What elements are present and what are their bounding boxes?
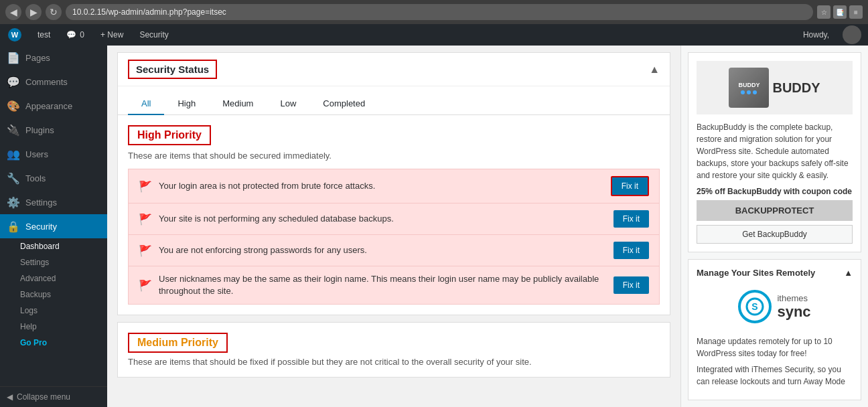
tab-completed[interactable]: Completed (309, 93, 378, 115)
comments-icon: 💬 (7, 75, 20, 88)
tab-medium[interactable]: Medium (209, 93, 267, 115)
medium-priority-title: Medium Priority (128, 333, 228, 353)
issue-text-3: User nicknames may be the same as their … (159, 273, 607, 297)
sidebar-item-users[interactable]: 👥 Users (0, 142, 107, 166)
sidebar-sub-dashboard[interactable]: Dashboard (0, 238, 107, 254)
high-priority-title: High Priority (128, 125, 211, 145)
sidebar-item-tools[interactable]: 🔧 Tools (0, 166, 107, 190)
fix-button-0[interactable]: Fix it (611, 176, 649, 196)
bookmark-icon[interactable]: 📑 (833, 5, 847, 19)
buddy-logo-icon: BUDDY (729, 68, 769, 108)
fix-button-3[interactable]: Fix it (613, 276, 649, 294)
manage-description-2: Integrated with iThemes Security, so you… (697, 363, 853, 388)
medium-priority-description: These are items that should be fixed if … (128, 357, 660, 367)
fix-button-1[interactable]: Fix it (613, 210, 649, 228)
flag-icon-3: 🚩 (139, 279, 152, 292)
go-pro-label: Go Pro (20, 338, 47, 347)
wp-logo: W (8, 28, 21, 42)
content-area: Security Status ▲ All High Medium Low Co… (107, 46, 680, 407)
new-label: + New (100, 30, 123, 39)
sidebar-sub-backups[interactable]: Backups (0, 287, 107, 303)
manage-collapse-icon: ▲ (844, 268, 853, 278)
manage-sites-title: Manage Your Sites Remotely (697, 268, 815, 278)
back-button[interactable]: ◀ (5, 4, 21, 20)
flag-icon-0: 🚩 (139, 180, 152, 193)
security-status-header: Security Status ▲ (118, 53, 670, 86)
security-status-title: Security Status (128, 60, 217, 79)
logs-sub-label: Logs (20, 306, 38, 315)
collapse-menu-button[interactable]: ◀ Collapse menu (0, 386, 107, 407)
buddy-logo: BUDDY BUDDY (697, 61, 853, 114)
sidebar-sub-go-pro[interactable]: Go Pro (0, 335, 107, 351)
star-icon[interactable]: ☆ (817, 5, 830, 19)
forward-button[interactable]: ▶ (25, 4, 42, 20)
sidebar-item-security[interactable]: 🔒 Security (0, 214, 107, 238)
right-sidebar: BUDDY BUDDY BackupBuddy is the complete … (680, 46, 868, 407)
sidebar-item-comments[interactable]: 💬 Comments (0, 70, 107, 94)
plugins-icon: 🔌 (7, 123, 20, 137)
help-sub-label: Help (20, 322, 37, 331)
security-item[interactable]: Security (131, 24, 176, 46)
security-sidebar-label: Security (25, 222, 57, 232)
comments-item[interactable]: 💬 0 (58, 24, 92, 46)
medium-priority-box: Medium Priority These are items that sho… (117, 322, 670, 378)
tab-low[interactable]: Low (267, 93, 309, 115)
ithemes-sync-logo: S ithemes sync (697, 283, 853, 330)
high-priority-section: High Priority These are items that shoul… (118, 115, 670, 315)
svg-text:S: S (752, 301, 758, 312)
url-bar[interactable] (66, 4, 813, 20)
collapse-section-button[interactable]: ▲ (649, 64, 660, 76)
issue-text-0: Your login area is not protected from br… (159, 180, 604, 192)
advanced-sub-label: Advanced (20, 274, 56, 283)
security-status-box: Security Status ▲ All High Medium Low Co… (117, 52, 670, 315)
flag-icon-1: 🚩 (139, 213, 152, 226)
buddy-code-button[interactable]: BACKUPPROTECT (697, 200, 853, 221)
user-avatar[interactable] (843, 25, 861, 44)
comments-label: Comments (25, 77, 68, 87)
buddy-logo-text: BUDDY (772, 80, 820, 96)
issue-item: 🚩 You are not enforcing strong passwords… (129, 235, 659, 266)
ithemes-circle-icon: S (738, 290, 772, 323)
issue-text-1: Your site is not performing any schedule… (159, 213, 607, 225)
flag-icon-2: 🚩 (139, 244, 152, 257)
site-name-label: test (38, 30, 50, 39)
sidebar-sub-advanced[interactable]: Advanced (0, 270, 107, 287)
users-icon: 👥 (7, 147, 20, 161)
issue-item: 🚩 User nicknames may be the same as thei… (129, 266, 659, 304)
sidebar-item-settings[interactable]: ⚙️ Settings (0, 190, 107, 214)
sidebar-sub-help[interactable]: Help (0, 319, 107, 335)
backup-buddy-box: BUDDY BUDDY BackupBuddy is the complete … (688, 52, 861, 252)
high-priority-items: 🚩 Your login area is not protected from … (128, 169, 660, 305)
sidebar-item-appearance[interactable]: 🎨 Appearance (0, 94, 107, 118)
buddy-coupon-label: 25% off BackupBuddy with coupon code (697, 187, 853, 196)
manage-description-1: Manage updates remotely for up to 10 Wor… (697, 335, 853, 359)
main-layout: 📄 Pages 💬 Comments 🎨 Appearance 🔌 Plugin… (0, 46, 868, 407)
sidebar-item-plugins[interactable]: 🔌 Plugins (0, 118, 107, 142)
tab-all[interactable]: All (128, 93, 164, 115)
collapse-label: Collapse menu (17, 392, 70, 402)
ithemes-sync-text: ithemes sync (777, 293, 810, 321)
manage-sites-box: Manage Your Sites Remotely ▲ S ithemes s… (688, 259, 861, 400)
users-label: Users (25, 149, 48, 159)
wp-logo-item[interactable]: W (0, 24, 29, 46)
manage-sites-header: Manage Your Sites Remotely ▲ (697, 268, 853, 278)
reload-button[interactable]: ↻ (46, 4, 62, 20)
issue-item: 🚩 Your login area is not protected from … (129, 169, 659, 204)
security-icon: 🔒 (7, 220, 20, 233)
sidebar-sub-settings[interactable]: Settings (0, 254, 107, 270)
comments-count: 0 (80, 30, 84, 39)
menu-icon[interactable]: ≡ (849, 5, 863, 19)
sidebar-sub-logs[interactable]: Logs (0, 303, 107, 319)
high-priority-description: These are items that should be secured i… (128, 151, 660, 161)
howdy-label: Howdy, (796, 30, 836, 39)
new-item[interactable]: + New (92, 24, 131, 46)
medium-priority-section: Medium Priority These are items that sho… (118, 323, 670, 377)
fix-button-2[interactable]: Fix it (613, 242, 649, 259)
site-name-item[interactable]: test (29, 24, 58, 46)
pages-label: Pages (25, 53, 50, 63)
get-backup-buddy-button[interactable]: Get BackupBuddy (697, 225, 853, 244)
sidebar-item-pages[interactable]: 📄 Pages (0, 46, 107, 70)
wp-admin-bar: W test 💬 0 + New Security Howdy, (0, 24, 868, 46)
tab-high[interactable]: High (164, 93, 209, 115)
browser-bar: ◀ ▶ ↻ ☆ 📑 ≡ (0, 0, 868, 24)
